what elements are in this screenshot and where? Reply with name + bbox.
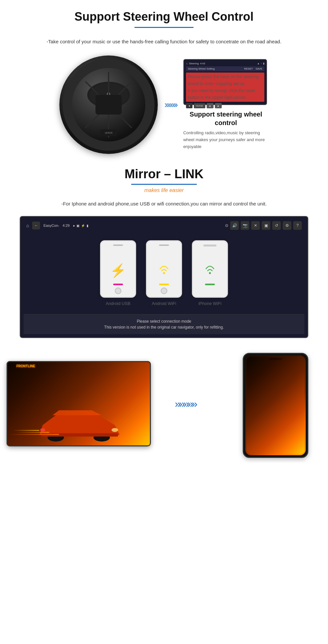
up-btn[interactable]: ▲ bbox=[207, 103, 214, 108]
phone-notch-bar bbox=[269, 358, 282, 360]
mirror-bottom-text: Please select connection mode This versi… bbox=[24, 314, 304, 334]
save-label: SAVE bbox=[256, 67, 262, 70]
iphone-wifi-card[interactable]: iPhone WiFi bbox=[192, 240, 228, 306]
steering-logo: LEXUS bbox=[100, 129, 117, 136]
home-icon: ⌂ bbox=[186, 62, 188, 65]
battery-icon: ▮ bbox=[263, 62, 264, 65]
steering-section: Support Steering Wheel Control -Take con… bbox=[0, 0, 328, 161]
mirror-description: -For Iphone and android phone,use USB or… bbox=[13, 200, 315, 208]
batt-status-icon: ▮ bbox=[87, 224, 89, 227]
msg-icon: ▣ bbox=[76, 224, 79, 227]
screen-title-bar: Steering Wheel Setting RESET SAVE bbox=[186, 66, 264, 71]
camera-btn[interactable]: 📷 bbox=[241, 221, 249, 230]
bullet-icon: ● bbox=[73, 224, 75, 227]
version-note: This version is not used in the original… bbox=[28, 324, 300, 330]
screen-warning-line1: Please press the keys on the steering wh… bbox=[188, 74, 263, 87]
phone-speaker-awifi bbox=[159, 245, 169, 246]
phone-screen-content bbox=[247, 357, 304, 454]
iphone-wifi-phone bbox=[192, 240, 228, 298]
phone-notch bbox=[203, 245, 216, 247]
screen-status-icons: ▲ ↑ ▮ bbox=[257, 62, 264, 65]
steering-center-hub bbox=[95, 95, 122, 115]
phone-speaker-usb bbox=[113, 245, 123, 246]
demo-phone-screen bbox=[245, 355, 306, 455]
demo-phone-hand bbox=[236, 353, 308, 455]
android-usb-phone: ⚡ bbox=[100, 240, 136, 298]
back-btn2[interactable]: ↺ bbox=[272, 221, 281, 230]
screen-topbar: ⌂ Steering 4:43 ▲ ↑ ▮ bbox=[186, 62, 264, 65]
reset-label: RESET bbox=[244, 67, 253, 70]
steering-wheel-image: ⊙ P LEXUS bbox=[59, 55, 158, 154]
settings-btn[interactable]: ⚙ bbox=[283, 221, 291, 230]
screen-warning: Please press the keys on the steering wh… bbox=[186, 73, 264, 102]
location-icon: ⊙ bbox=[225, 223, 228, 228]
screen-reset-save: RESET SAVE bbox=[244, 67, 262, 70]
demo-phone bbox=[243, 353, 308, 458]
wifi-iphone-symbol bbox=[203, 264, 216, 278]
screen-controls: ◄ NONE ▲ ▲ bbox=[186, 103, 264, 108]
help-btn[interactable]: ? bbox=[293, 221, 302, 230]
android-wifi-card[interactable]: Android WiFi bbox=[146, 240, 182, 306]
android-usb-card[interactable]: ⚡ Android USB bbox=[100, 240, 136, 306]
demo-right-container bbox=[223, 351, 321, 456]
mirror-subtitle: makes life easier bbox=[13, 187, 315, 193]
steering-title: Support Steering Wheel Control bbox=[13, 10, 315, 24]
steering-description: -Take control of your music or use the h… bbox=[13, 38, 315, 46]
phone-home-usb bbox=[115, 288, 121, 294]
volume-btn[interactable]: 🔊 bbox=[230, 221, 239, 230]
signal-icon: ↑ bbox=[261, 62, 262, 65]
android-wifi-label: Android WiFi bbox=[152, 301, 176, 306]
svg-point-0 bbox=[163, 272, 165, 274]
mirror-section: Mirror – LINK makes life easier -For Iph… bbox=[0, 161, 328, 345]
mirror-back-btn[interactable]: ← bbox=[32, 222, 40, 229]
mirror-time: 4:29 bbox=[63, 224, 70, 227]
steering-screen-mockup: ⌂ Steering 4:43 ▲ ↑ ▮ Steering Wheel Set… bbox=[183, 59, 267, 105]
steering-right-title: Support steering wheel control bbox=[183, 110, 269, 127]
mirror-screen: ⌂ ← EasyCon- 4:29 ● ▣ ⚡ ▮ ⊙ 🔊 📷 ✕ ▣ ↺ ⚙ bbox=[20, 216, 308, 338]
mirror-title: Mirror – LINK bbox=[13, 167, 315, 181]
screen-warning-line2: If you need to remap, click the reset bu… bbox=[188, 87, 263, 101]
mirror-topbar-left: ⌂ ← EasyCon- 4:29 ● ▣ ⚡ ▮ bbox=[26, 222, 89, 229]
mirror-home-icon[interactable]: ⌂ bbox=[26, 223, 29, 228]
android-usb-label: Android USB bbox=[106, 301, 130, 306]
phone-home-awifi bbox=[161, 288, 167, 294]
mirror-topbar: ⌂ ← EasyCon- 4:29 ● ▣ ⚡ ▮ ⊙ 🔊 📷 ✕ ▣ ↺ ⚙ bbox=[24, 220, 304, 231]
demo-arrows: ««««« bbox=[176, 398, 197, 410]
svg-point-1 bbox=[209, 272, 211, 274]
usb-indicator bbox=[113, 284, 123, 285]
none-btn[interactable]: NONE bbox=[194, 103, 205, 108]
usb-symbol: ⚡ bbox=[110, 263, 126, 278]
down-btn[interactable]: ▲ bbox=[215, 103, 222, 108]
usb-status-icon: ⚡ bbox=[81, 224, 85, 227]
awifi-indicator bbox=[159, 284, 169, 285]
steering-right-panel: ⌂ Steering 4:43 ▲ ↑ ▮ Steering Wheel Set… bbox=[183, 59, 269, 150]
mirror-app-name: EasyCon- bbox=[43, 224, 59, 227]
screen-setting-title: Steering Wheel Setting bbox=[188, 67, 215, 70]
steering-arrows: ››››››› bbox=[164, 99, 176, 110]
demo-section: FRONTLINE ««««« bbox=[0, 345, 328, 463]
demo-head-unit: FRONTLINE bbox=[7, 361, 151, 446]
iphone-wifi-label: iPhone WiFi bbox=[198, 301, 221, 306]
screen-topbar-left: ⌂ Steering 4:43 bbox=[186, 62, 205, 65]
mirror-right-icons: ⊙ 🔊 📷 ✕ ▣ ↺ ⚙ ? bbox=[225, 221, 302, 230]
wifi-android-symbol bbox=[157, 264, 171, 278]
mirror-title-underline bbox=[131, 184, 197, 185]
close-btn[interactable]: ✕ bbox=[251, 221, 260, 230]
phone-cards: ⚡ Android USB bbox=[24, 234, 304, 312]
connection-prompt: Please select connection mode bbox=[28, 318, 300, 324]
steering-title-underline bbox=[134, 27, 194, 28]
steering-content: ⊙ P LEXUS ››››››› ⌂ Steeri bbox=[13, 55, 315, 154]
prev-btn[interactable]: ◄ bbox=[186, 103, 193, 108]
screen-app-name: Steering bbox=[189, 62, 199, 65]
android-wifi-phone bbox=[146, 240, 182, 298]
screen-time: 4:43 bbox=[200, 62, 205, 65]
iphone-indicator bbox=[205, 284, 215, 285]
wifi-icon: ▲ bbox=[257, 62, 260, 65]
layout-btn[interactable]: ▣ bbox=[262, 221, 270, 230]
demo-bezel bbox=[7, 361, 151, 446]
mirror-status-icons: ● ▣ ⚡ ▮ bbox=[73, 224, 89, 227]
steering-right-desc: Controlling radio,video,music by steerin… bbox=[183, 130, 269, 150]
